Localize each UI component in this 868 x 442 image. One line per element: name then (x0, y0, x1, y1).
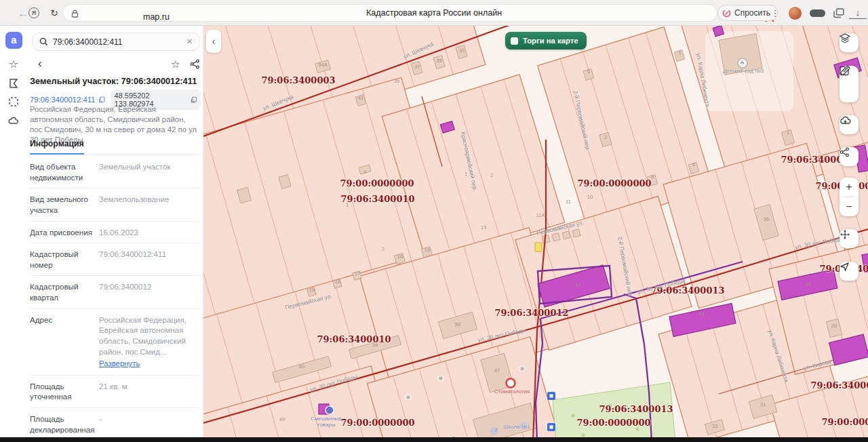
pan-arrows-icon (840, 229, 850, 240)
info-row: Площадь декларированная- (30, 408, 201, 441)
street-label: ул. 30 лет Победы (477, 327, 527, 344)
clear-search-icon[interactable]: ✕ (186, 37, 193, 46)
search-box[interactable]: ✕ (33, 33, 199, 51)
favorites-star-icon[interactable]: ☆ (7, 58, 20, 71)
info-row: Вид земельного участкаЗемлепользование (30, 188, 201, 221)
ask-label: Спросить (734, 8, 770, 18)
left-rail: a ☆ (0, 26, 27, 442)
street-label: ул. Шевчука (262, 93, 294, 111)
street-label: Первомайская ул. (536, 219, 585, 237)
expand-address-link[interactable]: Развернуть (99, 359, 140, 369)
location-arrow-icon (840, 262, 850, 272)
share-map-button[interactable] (840, 147, 859, 166)
app-logo[interactable]: a (5, 32, 22, 49)
refresh-icon[interactable]: ↻ (45, 0, 64, 26)
street-label: ул. Шевчука (402, 40, 434, 60)
search-icon (39, 37, 48, 46)
building-number-label: 6 (692, 161, 695, 167)
info-row-label: Кадастровый квартал (30, 281, 99, 302)
quarter-label: 79:06:3400010 (340, 194, 414, 204)
select-region-icon[interactable] (7, 96, 20, 108)
tabs-panel-icon[interactable] (830, 0, 848, 26)
info-row-label: Площадь декларированная (30, 414, 99, 435)
cloud-upload-button[interactable] (840, 115, 859, 134)
building-number-label: 11 (566, 199, 571, 205)
building-number-label: 20 (831, 323, 837, 329)
quarter-label: 79:06:3400001 (810, 380, 868, 390)
map-canvas[interactable]: 79:06:340000379:00:000000079:06:34000107… (203, 26, 868, 442)
street-label: 2-й Первомайский пер. (616, 236, 634, 298)
quarter-label: 79:00:0000000 (821, 417, 868, 427)
zoom-out-button[interactable]: − (840, 197, 859, 216)
quarter-label: 79:06:3400013 (599, 404, 673, 414)
poi-label: Стоматология (488, 388, 536, 395)
building-number-label: 39 (394, 78, 399, 84)
layers-button[interactable] (840, 33, 859, 52)
street-label: ул. 30 лет Победы (794, 235, 844, 250)
edit-button[interactable] (840, 84, 859, 102)
search-input[interactable] (53, 37, 182, 47)
building-number-label: 39 (806, 281, 811, 287)
building-number-label: 1 (346, 202, 349, 208)
quarter-label: 79:00:0000000 (577, 178, 651, 188)
street-label: 2-й Первомайский пер. (572, 89, 592, 151)
share-icon[interactable] (190, 59, 200, 69)
info-row-value: 21 кв. м (99, 381, 201, 402)
poi-label: Детский сад №3 (719, 68, 767, 74)
info-row-label: Адрес (30, 315, 99, 369)
building-number-label: 60 (299, 363, 304, 369)
building-number-label: 19 (309, 287, 315, 293)
building-number-label: 1 (787, 129, 789, 136)
street-label: ул. Карла Либкнехта (695, 52, 711, 107)
address-bar[interactable]: map.ru (62, 4, 717, 22)
building-number-label: 16 (397, 254, 403, 260)
quarter-label: 79:06:3400010 (317, 334, 391, 344)
polygon-icon (7, 77, 20, 89)
favorite-star-icon[interactable]: ☆ (171, 58, 180, 71)
building-number-label: 2 (490, 172, 493, 178)
trades-on-map-button[interactable]: Торги на карте (505, 32, 587, 49)
download-icon[interactable]: ↓ (849, 7, 867, 19)
building-number-label: 2 (382, 246, 384, 252)
building-number-label: 2 (604, 134, 607, 140)
building-number-label: 15 (425, 247, 430, 253)
menu-dots-icon[interactable]: ⋮ (769, 0, 781, 26)
zoom-in-button[interactable]: + (840, 178, 859, 197)
bottom-bar (0, 437, 868, 442)
tab-information[interactable]: Информация (30, 139, 84, 155)
trades-checkbox[interactable] (511, 37, 518, 45)
quarter-label: 79:00:0000000 (340, 178, 414, 188)
pan-button[interactable] (840, 229, 859, 248)
building-number-label: 13 (481, 224, 486, 230)
back-chevron-icon[interactable]: ‹ (38, 57, 42, 71)
street-label: ул. Кирова (802, 358, 831, 371)
building-number-label: 37 (414, 64, 420, 70)
quarter-label: 79:00:0000000 (340, 418, 414, 428)
building-number-label: 56 (455, 321, 460, 327)
cloud-glyph (7, 115, 20, 127)
cadastral-number-link[interactable]: 79:06:3400012:411 (30, 96, 105, 104)
street-label: ул. Карла Либкнехта (767, 329, 790, 383)
share-icon (840, 147, 850, 157)
yandex-browser-icon[interactable]: Я (24, 0, 43, 26)
widget-pill-icon[interactable] (810, 9, 825, 17)
quarter-label: 79:06:3400003 (261, 75, 335, 85)
info-row: Дата присвоения16.06.2023 (30, 222, 201, 244)
info-row-label: Кадастровый номер (30, 249, 99, 270)
building-number-label: 41 (358, 95, 363, 101)
street-label: Красноармейский пер. (460, 131, 479, 191)
collapse-panel-button[interactable]: ‹ (206, 30, 221, 53)
locate-me-button[interactable] (840, 262, 859, 281)
area-measure-icon[interactable] (7, 77, 20, 89)
poi-label: Смешанные товары (307, 416, 346, 428)
info-row-value: Российская Федерация, Еврейская автономн… (99, 315, 201, 369)
avatar[interactable] (789, 7, 802, 20)
dashed-square-icon (7, 96, 20, 108)
info-row-value: - (99, 414, 201, 435)
lock-icon (71, 9, 79, 18)
building-number-label: 6 (587, 68, 590, 75)
building-number-label: 35 (437, 58, 442, 64)
info-row: Вид объекта недвижимостиЗемельный участо… (30, 156, 201, 188)
cloud-icon[interactable] (7, 115, 20, 127)
info-row-label: Вид объекта недвижимости (30, 161, 99, 182)
